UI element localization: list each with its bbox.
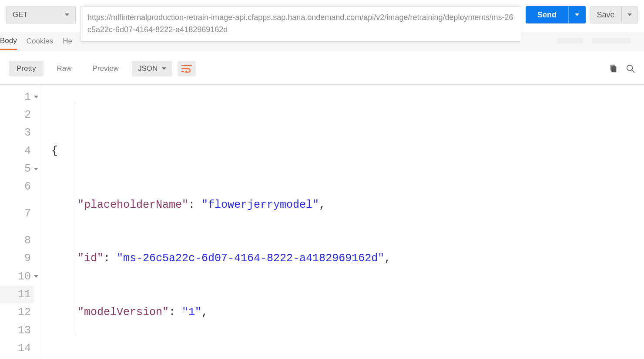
- tab-body[interactable]: Body: [0, 32, 17, 50]
- chevron-down-icon: [162, 67, 166, 70]
- code-line: "placeholderName": "flowerjerrymodel",: [45, 196, 644, 214]
- gutter-line: 7: [0, 196, 34, 232]
- svg-rect-4: [611, 66, 616, 72]
- format-select-value: JSON: [138, 64, 158, 73]
- gutter-line: 8: [0, 232, 34, 249]
- line-gutter: 1 2 3 4 5 6 7 8 9 10 11 12 13 14: [0, 85, 39, 359]
- chevron-down-icon: [627, 13, 632, 16]
- gutter-line: 12: [0, 303, 34, 321]
- fold-icon[interactable]: [34, 96, 38, 98]
- save-button[interactable]: Save: [590, 6, 621, 23]
- wrap-lines-button[interactable]: [178, 61, 196, 76]
- fold-icon[interactable]: [34, 168, 38, 170]
- code-line: "id": "ms-26c5a22c-6d07-4164-8222-a41829…: [45, 249, 644, 267]
- copy-icon[interactable]: [608, 64, 618, 73]
- chevron-down-icon: [65, 13, 69, 16]
- wrap-icon: [181, 65, 192, 73]
- view-raw[interactable]: Raw: [49, 61, 79, 76]
- svg-line-6: [632, 70, 634, 73]
- gutter-line: 14: [0, 339, 34, 357]
- format-select[interactable]: JSON: [132, 61, 172, 76]
- chevron-down-icon: [575, 13, 579, 16]
- code-line: "modelContainer": {: [45, 357, 644, 359]
- save-options-button[interactable]: [621, 6, 638, 23]
- gutter-line: 4: [0, 142, 34, 160]
- gutter-line: 9: [0, 249, 34, 267]
- gutter-line: 1: [0, 88, 34, 106]
- view-pretty[interactable]: Pretty: [9, 61, 44, 76]
- code-line: "modelVersion": "1",: [45, 303, 644, 321]
- gutter-line: 10: [0, 268, 34, 286]
- tab-cookies[interactable]: Cookies: [27, 33, 53, 49]
- gutter-line: 5: [0, 160, 34, 178]
- gutter-line: 2: [0, 106, 34, 124]
- svg-point-5: [627, 65, 633, 71]
- code-line: {: [45, 142, 644, 160]
- format-toolbar: Pretty Raw Preview JSON: [0, 50, 644, 84]
- gutter-line: 3: [0, 124, 34, 142]
- gutter-line: 6: [0, 178, 34, 196]
- fold-icon[interactable]: [34, 275, 38, 278]
- send-options-button[interactable]: [568, 6, 586, 23]
- view-preview[interactable]: Preview: [84, 61, 126, 76]
- response-actions: [608, 64, 635, 73]
- search-icon[interactable]: [626, 64, 635, 73]
- right-faded-buttons: [557, 38, 644, 43]
- code-content[interactable]: { "placeholderName": "flowerjerrymodel",…: [39, 85, 644, 359]
- gutter-line: 13: [0, 322, 34, 339]
- send-button-group: Send: [526, 6, 586, 23]
- indent-guide: [76, 103, 76, 336]
- gutter-line: 11: [0, 286, 34, 303]
- response-body: 1 2 3 4 5 6 7 8 9 10 11 12 13 14 { "plac…: [0, 84, 644, 359]
- send-button[interactable]: Send: [526, 6, 568, 23]
- url-input[interactable]: https://mlfinternalproduction-retrain-im…: [80, 6, 521, 42]
- http-method-select[interactable]: GET: [6, 6, 76, 23]
- http-method-value: GET: [13, 10, 28, 19]
- save-button-group: Save: [590, 6, 638, 23]
- tab-headers[interactable]: He: [63, 33, 72, 49]
